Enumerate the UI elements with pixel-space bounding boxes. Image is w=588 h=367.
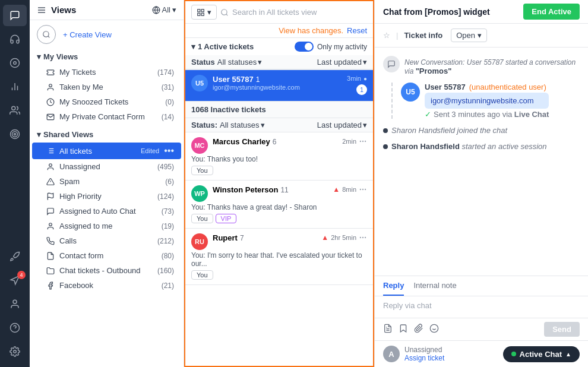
chat-bubble-icon <box>387 60 396 68</box>
global-filter[interactable]: All ▾ <box>152 5 176 14</box>
tab-internal-note[interactable]: Internal note <box>413 276 456 296</box>
shared-views-section[interactable]: ▾ Shared Views <box>30 126 184 143</box>
auto-chat-count: (73) <box>162 207 174 216</box>
nav-target[interactable] <box>3 124 27 145</box>
list-item[interactable]: MC Marcus Charley 6 2min You: Thanks you… <box>185 132 373 181</box>
ticket-icon <box>46 68 55 77</box>
active-ticket-card[interactable]: U5 User 55787 1 igor@mystunningwebsite.c… <box>185 70 373 102</box>
format-icon[interactable] <box>383 324 393 336</box>
user-sent-info: ✓ Sent 3 minutes ago via Live Chat <box>425 110 549 119</box>
reply-toolbar: Send <box>375 318 588 340</box>
sidebar-item-high-priority[interactable]: High Priority (124) <box>32 189 181 204</box>
chevron-up-icon: ▲ <box>565 351 571 357</box>
menu-icon[interactable] <box>37 5 46 15</box>
all-tickets-dots[interactable]: ••• <box>164 145 174 156</box>
attachment-icon[interactable] <box>414 324 423 336</box>
warning-icon <box>46 178 55 186</box>
activity-toggle[interactable] <box>295 42 314 52</box>
status-value[interactable]: All statuses ▾ <box>217 58 262 67</box>
tag-vip: VIP <box>216 214 237 223</box>
chevron-down-icon: ▾ <box>478 31 482 40</box>
nav-contacts[interactable] <box>3 293 27 315</box>
form-icon <box>46 252 55 260</box>
chevron-down-icon: ▾ <box>363 121 367 129</box>
svg-point-7 <box>12 132 18 137</box>
sidebar-item-outbound[interactable]: Chat tickets - Outbound (160) <box>32 263 181 278</box>
nav-rocket[interactable] <box>3 246 27 267</box>
more-icon[interactable] <box>359 185 367 194</box>
open-status-dropdown[interactable]: Open ▾ <box>451 29 487 42</box>
assign-link[interactable]: Assign ticket <box>404 354 444 362</box>
my-views-section[interactable]: ▾ My Views <box>30 49 184 65</box>
all-tickets-label: All tickets <box>59 147 136 156</box>
star-icon[interactable]: ☆ <box>383 31 390 40</box>
sidebar-item-facebook[interactable]: Facebook (21) <box>32 278 181 293</box>
sidebar-item-all-tickets[interactable]: All tickets Edited ••• <box>32 143 181 159</box>
send-btn[interactable]: Send <box>544 322 580 337</box>
view-toggle-btn[interactable]: ▾ <box>191 5 217 20</box>
ticket-snippet: You: I'm sorry to hear that. I've escala… <box>191 251 367 268</box>
svg-point-43 <box>365 189 366 189</box>
tag: You <box>191 214 213 223</box>
active-count[interactable]: ▾ 1 Active tickets <box>191 42 254 51</box>
list-icon <box>46 147 55 155</box>
nav-circle[interactable] <box>3 52 27 74</box>
end-active-btn[interactable]: End Active <box>523 4 580 20</box>
ticket-card-header: MC Marcus Charley 6 2min <box>191 137 367 154</box>
ticket-info-link[interactable]: Ticket info <box>404 31 442 40</box>
inactive-status-value[interactable]: All statuses ▾ <box>220 121 264 129</box>
sidebar-item-spam[interactable]: Spam (6) <box>32 174 181 189</box>
emoji-icon[interactable] <box>429 324 439 336</box>
sidebar-item-my-tickets[interactable]: My Tickets (174) <box>32 65 181 80</box>
nav-headset[interactable] <box>3 29 27 50</box>
tag: You <box>191 270 213 280</box>
list-item[interactable]: WP Winston Peterson 11 ▲ 8min You: Thank… <box>185 181 373 229</box>
more-icon[interactable] <box>359 233 367 242</box>
contact-icon <box>46 113 55 121</box>
high-priority-label: High Priority <box>59 192 151 201</box>
list-item[interactable]: RU Rupert 7 ▲ 2hr 5min You: I'm sorry to… <box>185 229 373 285</box>
ticket-info: User 55787 1 igor@mystunningwebsite.com <box>213 75 342 91</box>
ticket-panel-search-row: ▾ Search in All tickets view <box>185 1 373 24</box>
more-icon[interactable] <box>359 137 367 145</box>
reset-btn[interactable]: Reset <box>347 26 367 35</box>
reply-input[interactable]: Reply via chat <box>375 296 588 318</box>
ticket-tags: You <box>191 270 367 280</box>
search-circle-btn[interactable] <box>37 25 56 44</box>
svg-point-44 <box>360 189 361 189</box>
bookmark-icon[interactable] <box>399 324 408 336</box>
ticket-time: 2min <box>342 138 356 145</box>
nav-chat[interactable] <box>3 5 27 26</box>
svg-point-42 <box>362 189 363 189</box>
sidebar-item-auto-chat[interactable]: Assigned to Auto Chat (73) <box>32 204 181 219</box>
nav-settings[interactable] <box>3 341 27 362</box>
assigned-me-count: (19) <box>162 222 174 230</box>
ticket-time: 3min <box>347 75 361 82</box>
inactive-last-updated[interactable]: Last updated ▾ <box>317 121 367 129</box>
toggle-switch[interactable]: Only my activity <box>295 42 367 52</box>
active-chat-btn[interactable]: Active Chat ▲ <box>503 346 580 362</box>
nav-chart[interactable] <box>3 76 27 97</box>
svg-rect-33 <box>198 9 200 11</box>
nav-help[interactable] <box>3 317 27 338</box>
sidebar-item-snoozed[interactable]: My Snoozed Tickets (0) <box>32 94 181 109</box>
last-updated[interactable]: Last updated ▾ <box>317 58 367 67</box>
priority-icon: ▲ <box>321 233 328 242</box>
sidebar-item-contact-form[interactable]: Contact form (80) <box>32 248 181 263</box>
ticket-search-bar[interactable]: Search in All tickets view <box>220 8 367 17</box>
sidebar-search-row: + Create View <box>30 20 184 49</box>
nav-users[interactable] <box>3 100 27 121</box>
nav-megaphone[interactable]: 4 <box>3 270 27 291</box>
sidebar-item-taken-by-me[interactable]: Taken by Me (31) <box>32 80 181 94</box>
sidebar-item-calls[interactable]: Calls (212) <box>32 233 181 248</box>
tab-reply[interactable]: Reply <box>383 276 404 296</box>
create-view-btn[interactable]: + Create View <box>63 30 112 39</box>
sidebar-item-assigned-me[interactable]: Assigned to me (19) <box>32 219 181 233</box>
system-text: New Conversation: User 55787 started a c… <box>404 56 580 75</box>
ticket-avatar: WP <box>191 185 208 202</box>
user-message: U5 User 55787 (unauthenticated user) igo… <box>401 83 580 119</box>
ticket-snippet: You: Thanks have a great day! - Sharon <box>191 203 367 211</box>
shared-views-label: Shared Views <box>43 130 93 139</box>
sidebar-item-private-contact[interactable]: My Private Contact Form (14) <box>32 109 181 124</box>
sidebar-item-unassigned[interactable]: Unassigned (495) <box>32 159 181 174</box>
